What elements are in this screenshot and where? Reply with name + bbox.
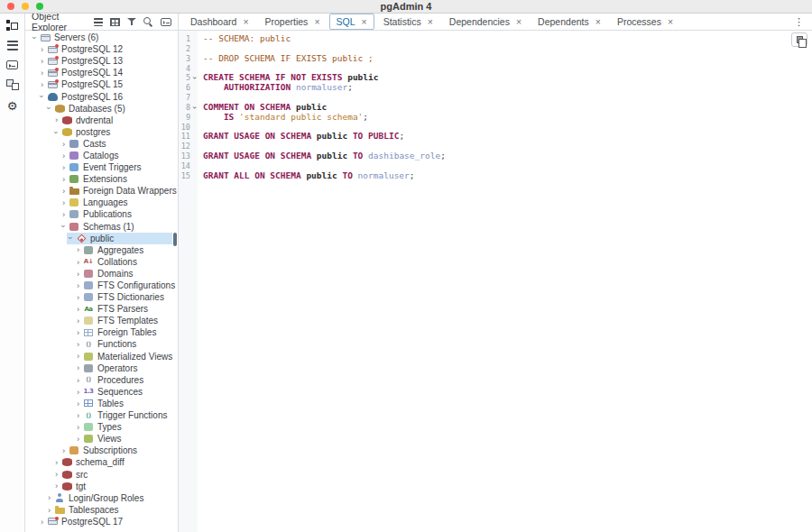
expand-chevron-icon[interactable] (74, 363, 82, 372)
collapse-chevron-icon[interactable] (31, 33, 40, 41)
tree-item-extensions[interactable]: Extensions (25, 173, 178, 185)
collapse-chevron-icon[interactable] (60, 223, 69, 231)
expand-chevron-icon[interactable] (38, 57, 46, 66)
tree-item-tablespaces[interactable]: Tablespaces (25, 504, 178, 516)
expand-chevron-icon[interactable] (52, 482, 60, 491)
expand-chevron-icon[interactable] (38, 69, 46, 78)
tree-item-operators[interactable]: Operators (25, 362, 178, 374)
fold-arrow-icon[interactable] (190, 103, 199, 113)
filter-icon[interactable] (127, 18, 136, 26)
expand-chevron-icon[interactable] (74, 258, 82, 267)
tree-item-fts-dictionaries[interactable]: FTS Dictionaries (25, 291, 178, 303)
tree-item-postgresql-16[interactable]: PostgreSQL 16 (25, 90, 178, 102)
copy-button[interactable] (791, 32, 807, 47)
expand-chevron-icon[interactable] (60, 163, 68, 172)
tree-item-fts-configurations[interactable]: FTS Configurations (25, 280, 178, 291)
expand-chevron-icon[interactable] (74, 388, 82, 397)
tab-sql[interactable]: SQL× (329, 14, 374, 30)
tree-item-domains[interactable]: Domains (25, 268, 178, 280)
expand-chevron-icon[interactable] (38, 80, 46, 89)
tree-item-login-group-roles[interactable]: Login/Group Roles (25, 492, 178, 504)
kebab-menu-icon[interactable] (794, 16, 804, 28)
close-icon[interactable]: × (314, 17, 319, 27)
close-icon[interactable]: × (595, 17, 601, 27)
expand-chevron-icon[interactable] (74, 435, 82, 444)
collapse-chevron-icon[interactable] (38, 93, 47, 101)
tree-item-tables[interactable]: Tables (25, 398, 178, 409)
fold-arrow-icon[interactable] (190, 73, 199, 83)
sql-editor[interactable]: 1-- SCHEMA: public23-- DROP SCHEMA IF EX… (179, 31, 812, 532)
tab-dependencies[interactable]: Dependencies× (442, 14, 529, 30)
tree-item-types[interactable]: Types (25, 421, 178, 433)
expand-chevron-icon[interactable] (74, 270, 82, 279)
expand-chevron-icon[interactable] (74, 340, 82, 349)
close-icon[interactable]: × (362, 17, 367, 27)
settings-gear-icon[interactable] (7, 100, 18, 112)
tree-item-aggregates[interactable]: Aggregates (25, 244, 178, 256)
close-icon[interactable]: × (516, 17, 521, 27)
tree-item-casts[interactable]: Casts (25, 138, 178, 150)
expand-chevron-icon[interactable] (52, 115, 60, 124)
servers-toolbar-icon[interactable] (94, 18, 103, 26)
expand-chevron-icon[interactable] (74, 376, 82, 385)
expand-chevron-icon[interactable] (52, 458, 60, 467)
tree-item-materialized-views[interactable]: Materialized Views (25, 351, 178, 362)
tree-item-postgresql-12[interactable]: PostgreSQL 12 (25, 43, 178, 55)
tree-item-foreign-tables[interactable]: Foreign Tables (25, 326, 178, 338)
expand-chevron-icon[interactable] (45, 506, 53, 515)
tree-item-views[interactable]: Views (25, 433, 178, 445)
object-explorer-icon[interactable] (6, 20, 19, 31)
tree-item-postgresql-15[interactable]: PostgreSQL 15 (25, 78, 178, 90)
close-icon[interactable]: × (428, 17, 433, 27)
tree-item-postgres[interactable]: postgres (25, 126, 178, 138)
search-icon[interactable] (143, 17, 153, 27)
tree-item-functions[interactable]: ()Functions (25, 338, 178, 350)
tree-item-procedures[interactable]: ()Procedures (25, 374, 178, 386)
tree-item-postgresql-17[interactable]: PostgreSQL 17 (25, 516, 178, 527)
tree-item-catalogs[interactable]: Catalogs (25, 150, 178, 161)
collapse-chevron-icon[interactable] (67, 234, 76, 243)
grid-icon[interactable] (110, 18, 120, 26)
tree-item-fts-templates[interactable]: FTS Templates (25, 315, 178, 326)
tree-item-sequences[interactable]: 1.3Sequences (25, 386, 178, 398)
collapse-chevron-icon[interactable] (45, 105, 54, 113)
expand-chevron-icon[interactable] (38, 45, 46, 54)
console-icon[interactable] (161, 18, 171, 26)
terminal-rail-icon[interactable] (6, 60, 18, 69)
layers-icon[interactable] (7, 41, 18, 50)
expand-chevron-icon[interactable] (74, 411, 82, 420)
tree-item-schema-diff[interactable]: schema_diff (25, 456, 178, 468)
tab-processes[interactable]: Processes× (610, 14, 680, 30)
expand-chevron-icon[interactable] (60, 187, 68, 196)
expand-chevron-icon[interactable] (60, 175, 68, 184)
tree-item-databases-5[interactable]: Databases (5) (25, 103, 178, 115)
expand-chevron-icon[interactable] (45, 493, 53, 502)
expand-chevron-icon[interactable] (74, 281, 82, 290)
tab-statistics[interactable]: Statistics× (376, 14, 440, 30)
tree-item-servers-6[interactable]: Servers (6) (25, 32, 178, 43)
tree-item-public[interactable]: public (25, 233, 178, 244)
tree-item-languages[interactable]: Languages (25, 197, 178, 208)
expand-chevron-icon[interactable] (74, 399, 82, 408)
expand-chevron-icon[interactable] (74, 245, 82, 254)
expand-chevron-icon[interactable] (60, 210, 68, 219)
tree-item-publications[interactable]: Publications (25, 208, 178, 220)
expand-chevron-icon[interactable] (38, 518, 46, 527)
tree-item-subscriptions[interactable]: Subscriptions (25, 445, 178, 456)
expand-chevron-icon[interactable] (74, 293, 82, 302)
close-icon[interactable]: × (668, 17, 673, 27)
tree-item-collations[interactable]: A↓Collations (25, 256, 178, 268)
expand-chevron-icon[interactable] (60, 198, 68, 207)
tab-properties[interactable]: Properties× (258, 14, 328, 30)
tree-item-trigger-functions[interactable]: ()Trigger Functions (25, 409, 178, 421)
tree-item-postgresql-14[interactable]: PostgreSQL 14 (25, 67, 178, 78)
expand-chevron-icon[interactable] (60, 446, 68, 455)
tree-item-dvdrental[interactable]: dvdrental (25, 115, 178, 126)
expand-chevron-icon[interactable] (60, 140, 68, 149)
expand-chevron-icon[interactable] (60, 151, 68, 161)
expand-chevron-icon[interactable] (74, 352, 82, 361)
tab-dependents[interactable]: Dependents× (531, 14, 608, 30)
tree-item-tgt[interactable]: tgt (25, 481, 178, 492)
tree-item-postgresql-13[interactable]: PostgreSQL 13 (25, 55, 178, 67)
tab-dashboard[interactable]: Dashboard× (183, 14, 256, 30)
